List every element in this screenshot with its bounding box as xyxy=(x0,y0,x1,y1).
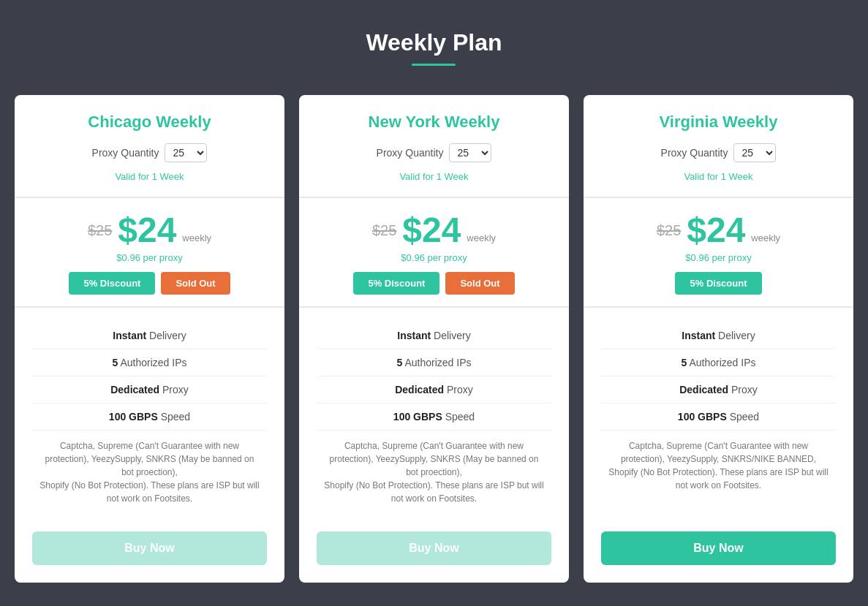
card-title-newyork: New York Weekly xyxy=(317,113,551,132)
proxy-quantity-row-virginia: Proxy Quantity 2550100 xyxy=(601,143,836,162)
valid-text-newyork: Valid for 1 Week xyxy=(317,171,551,182)
feature-item-chicago-3: 100 GBPS Speed xyxy=(32,404,267,431)
feature-normal-0: Delivery xyxy=(146,330,186,341)
price-row-newyork: $25 $24 weekly xyxy=(317,213,551,248)
weekly-label-newyork: weekly xyxy=(467,232,496,243)
feature-item-virginia-1: 5 Authorized IPs xyxy=(601,349,836,376)
feature-item-newyork-1: 5 Authorized IPs xyxy=(317,349,551,376)
proxy-quantity-select-chicago[interactable]: 2550100 xyxy=(165,143,207,162)
card-pricing-chicago: $25 $24 weekly $0.96 per proxy 5% Discou… xyxy=(15,198,284,308)
card-pricing-newyork: $25 $24 weekly $0.96 per proxy 5% Discou… xyxy=(299,198,569,308)
card-newyork: New York Weekly Proxy Quantity 2550100 V… xyxy=(299,95,569,583)
card-features-virginia: Instant Delivery 5 Authorized IPs Dedica… xyxy=(584,308,853,520)
buy-now-button-virginia[interactable]: Buy Now xyxy=(601,531,836,565)
per-proxy-newyork: $0.96 per proxy xyxy=(317,252,551,263)
valid-text-chicago: Valid for 1 Week xyxy=(32,171,267,182)
card-footer-chicago: Buy Now xyxy=(15,520,284,583)
feature-bold-0: Instant xyxy=(397,330,431,341)
feature-normal-3: Speed xyxy=(442,411,475,423)
card-virginia: Virginia Weekly Proxy Quantity 2550100 V… xyxy=(584,95,853,583)
feature-normal-3: Speed xyxy=(727,411,759,423)
badge-soldout-chicago: Sold Out xyxy=(161,272,230,295)
feature-normal-1: Authorized IPs xyxy=(687,357,755,368)
per-proxy-virginia: $0.96 per proxy xyxy=(601,252,836,263)
badge-discount-chicago: 5% Discount xyxy=(69,272,155,295)
proxy-quantity-label-newyork: Proxy Quantity xyxy=(377,147,444,159)
badge-row-chicago: 5% DiscountSold Out xyxy=(32,272,267,295)
proxy-quantity-label-virginia: Proxy Quantity xyxy=(661,147,728,159)
new-price-chicago: $24 xyxy=(118,213,176,248)
new-price-virginia: $24 xyxy=(687,213,745,248)
feature-normal-1: Authorized IPs xyxy=(118,357,186,368)
feature-item-newyork-0: Instant Delivery xyxy=(317,322,551,349)
card-title-chicago: Chicago Weekly xyxy=(32,113,267,132)
old-price-virginia: $25 xyxy=(657,222,681,239)
new-price-newyork: $24 xyxy=(402,213,461,248)
card-features-chicago: Instant Delivery 5 Authorized IPs Dedica… xyxy=(15,308,284,520)
proxy-quantity-select-newyork[interactable]: 2550100 xyxy=(449,143,491,162)
feature-bold-3: 100 GBPS xyxy=(678,411,727,423)
proxy-quantity-row-newyork: Proxy Quantity 2550100 xyxy=(317,143,551,162)
feature-bold-2: Dedicated xyxy=(110,384,159,395)
feature-bold-0: Instant xyxy=(682,330,715,341)
proxy-quantity-label-chicago: Proxy Quantity xyxy=(92,147,159,159)
badge-row-virginia: 5% Discount xyxy=(601,272,836,295)
card-footer-newyork: Buy Now xyxy=(299,520,569,583)
feature-description-virginia: Captcha, Supreme (Can't Guarantee with n… xyxy=(601,431,836,492)
cards-container: Chicago Weekly Proxy Quantity 2550100 Va… xyxy=(15,95,853,583)
buy-now-button-chicago: Buy Now xyxy=(32,531,267,565)
old-price-newyork: $25 xyxy=(372,222,396,239)
price-row-virginia: $25 $24 weekly xyxy=(601,213,836,248)
card-title-virginia: Virginia Weekly xyxy=(601,113,836,132)
feature-normal-2: Proxy xyxy=(159,384,189,395)
card-chicago: Chicago Weekly Proxy Quantity 2550100 Va… xyxy=(15,95,284,583)
feature-item-virginia-3: 100 GBPS Speed xyxy=(601,404,836,431)
page-title: Weekly Plan xyxy=(366,29,502,56)
card-pricing-virginia: $25 $24 weekly $0.96 per proxy 5% Discou… xyxy=(584,198,853,308)
page-header: Weekly Plan xyxy=(366,29,502,66)
feature-item-chicago-1: 5 Authorized IPs xyxy=(32,349,267,376)
feature-normal-3: Speed xyxy=(158,411,190,423)
card-features-newyork: Instant Delivery 5 Authorized IPs Dedica… xyxy=(299,308,569,520)
valid-text-virginia: Valid for 1 Week xyxy=(601,171,836,182)
feature-item-newyork-2: Dedicated Proxy xyxy=(317,376,551,404)
price-row-chicago: $25 $24 weekly xyxy=(32,213,267,248)
feature-normal-0: Delivery xyxy=(715,330,755,341)
badge-discount-virginia: 5% Discount xyxy=(675,272,761,295)
feature-item-virginia-2: Dedicated Proxy xyxy=(601,376,836,404)
buy-now-button-newyork: Buy Now xyxy=(317,531,551,565)
feature-bold-3: 100 GBPS xyxy=(109,411,158,423)
badge-discount-newyork: 5% Discount xyxy=(353,272,439,295)
weekly-label-virginia: weekly xyxy=(751,232,780,243)
weekly-label-chicago: weekly xyxy=(182,232,211,243)
feature-bold-3: 100 GBPS xyxy=(393,411,442,423)
proxy-quantity-select-virginia[interactable]: 2550100 xyxy=(733,143,776,162)
feature-item-chicago-2: Dedicated Proxy xyxy=(32,376,267,404)
feature-bold-2: Dedicated xyxy=(395,384,444,395)
feature-normal-1: Authorized IPs xyxy=(402,357,471,368)
feature-item-chicago-0: Instant Delivery xyxy=(32,322,267,349)
card-footer-virginia: Buy Now xyxy=(584,520,853,583)
feature-description-newyork: Captcha, Supreme (Can't Guarantee with n… xyxy=(317,431,551,505)
feature-bold-2: Dedicated xyxy=(679,384,728,395)
feature-normal-2: Proxy xyxy=(444,384,473,395)
badge-row-newyork: 5% DiscountSold Out xyxy=(317,272,551,295)
feature-item-virginia-0: Instant Delivery xyxy=(601,322,836,349)
old-price-chicago: $25 xyxy=(88,222,112,239)
per-proxy-chicago: $0.96 per proxy xyxy=(32,252,267,263)
proxy-quantity-row-chicago: Proxy Quantity 2550100 xyxy=(32,143,267,162)
feature-item-newyork-3: 100 GBPS Speed xyxy=(317,404,551,431)
feature-bold-0: Instant xyxy=(113,330,146,341)
title-underline xyxy=(412,64,456,66)
feature-normal-0: Delivery xyxy=(431,330,470,341)
feature-description-chicago: Captcha, Supreme (Can't Guarantee with n… xyxy=(32,431,267,505)
card-top-virginia: Virginia Weekly Proxy Quantity 2550100 V… xyxy=(584,95,853,198)
card-top-newyork: New York Weekly Proxy Quantity 2550100 V… xyxy=(299,95,569,198)
card-top-chicago: Chicago Weekly Proxy Quantity 2550100 Va… xyxy=(15,95,284,198)
feature-normal-2: Proxy xyxy=(728,384,758,395)
badge-soldout-newyork: Sold Out xyxy=(445,272,514,295)
